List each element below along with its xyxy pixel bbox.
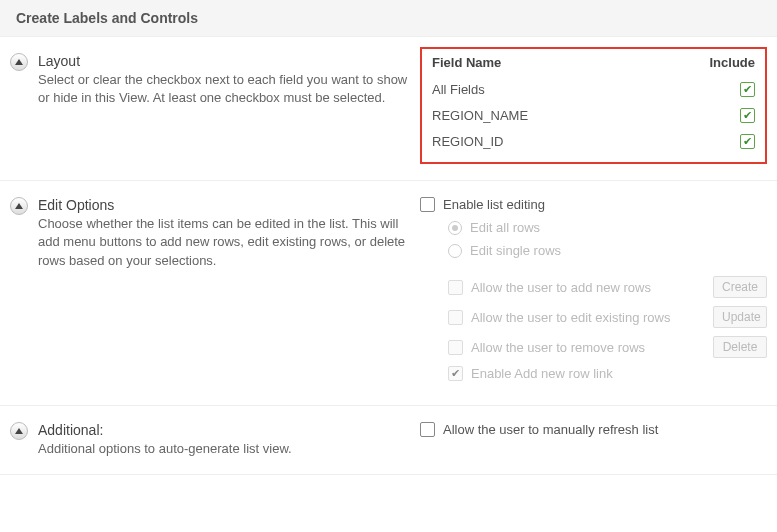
delete-button: Delete (713, 336, 767, 358)
section-layout: Layout Select or clear the checkbox next… (0, 37, 777, 181)
include-checkbox[interactable] (740, 82, 755, 97)
chevron-up-icon[interactable] (10, 53, 28, 71)
allow-edit-checkbox (448, 310, 463, 325)
enable-list-editing-row: Enable list editing (420, 197, 767, 212)
fields-header-include: Include (705, 55, 755, 70)
fields-row: REGION_NAME (432, 102, 755, 128)
allow-remove-label: Allow the user to remove rows (471, 340, 645, 355)
edit-single-rows-label: Edit single rows (470, 243, 767, 258)
chevron-up-icon[interactable] (10, 197, 28, 215)
section-edit-options: Edit Options Choose whether the list ite… (0, 181, 777, 406)
edit-single-rows-radio (448, 244, 462, 258)
fields-row: All Fields (432, 76, 755, 102)
allow-edit-label: Allow the user to edit existing rows (471, 310, 670, 325)
create-button: Create (713, 276, 767, 298)
field-name: REGION_ID (432, 134, 705, 149)
edit-desc: Choose whether the list items can be edi… (38, 215, 420, 270)
enable-add-link-checkbox (448, 366, 463, 381)
edit-all-rows-label: Edit all rows (470, 220, 767, 235)
update-button: Update (713, 306, 767, 328)
additional-desc: Additional options to auto-generate list… (38, 440, 292, 458)
enable-add-link-label: Enable Add new row link (471, 366, 767, 381)
field-name: REGION_NAME (432, 108, 705, 123)
edit-heading: Edit Options (38, 197, 420, 213)
include-checkbox[interactable] (740, 108, 755, 123)
chevron-up-icon[interactable] (10, 422, 28, 440)
layout-desc: Select or clear the checkbox next to eac… (38, 71, 420, 107)
edit-all-rows-row: Edit all rows (448, 220, 767, 235)
field-name: All Fields (432, 82, 705, 97)
allow-remove-row: Allow the user to remove rows Delete (448, 336, 767, 358)
layout-fields-highlight: Field Name Include All Fields REGION_NAM… (420, 47, 767, 164)
page-title: Create Labels and Controls (0, 0, 777, 37)
enable-add-link-row: Enable Add new row link (448, 366, 767, 381)
enable-list-editing-checkbox[interactable] (420, 197, 435, 212)
fields-row: REGION_ID (432, 128, 755, 154)
allow-add-checkbox (448, 280, 463, 295)
allow-edit-row: Allow the user to edit existing rows Upd… (448, 306, 767, 328)
edit-single-rows-row: Edit single rows (448, 243, 767, 258)
layout-heading: Layout (38, 53, 420, 69)
allow-add-label: Allow the user to add new rows (471, 280, 651, 295)
allow-add-row: Allow the user to add new rows Create (448, 276, 767, 298)
manual-refresh-row: Allow the user to manually refresh list (420, 422, 767, 437)
additional-heading: Additional: (38, 422, 292, 438)
include-checkbox[interactable] (740, 134, 755, 149)
allow-remove-checkbox (448, 340, 463, 355)
section-additional: Additional: Additional options to auto-g… (0, 406, 777, 475)
manual-refresh-label: Allow the user to manually refresh list (443, 422, 767, 437)
enable-list-editing-label: Enable list editing (443, 197, 767, 212)
manual-refresh-checkbox[interactable] (420, 422, 435, 437)
fields-header-name: Field Name (432, 55, 705, 70)
edit-all-rows-radio (448, 221, 462, 235)
